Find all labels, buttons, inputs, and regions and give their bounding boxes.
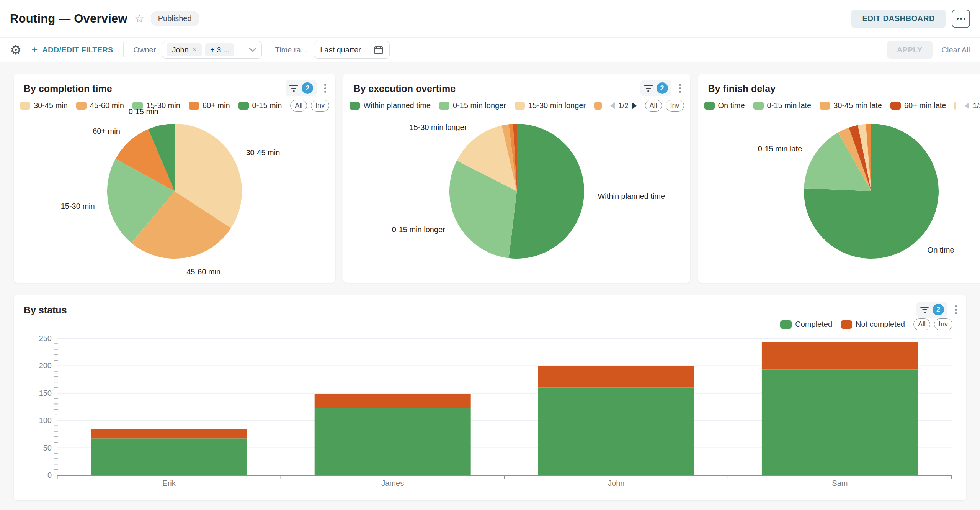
ellipsis-icon: [957, 18, 959, 20]
legend-label: Within planned time: [363, 101, 431, 110]
kebab-menu-icon[interactable]: [678, 82, 683, 94]
legend-item: 60+ min late: [890, 101, 946, 110]
legend-swatch: [350, 102, 360, 110]
pie-slice-label: Within planned time: [598, 192, 665, 200]
legend-label: 45-60 min: [90, 101, 124, 110]
legend-swatch: [76, 102, 87, 110]
owner-filter-select[interactable]: John × + 3 ...: [162, 41, 262, 59]
gear-icon[interactable]: ⚙: [10, 43, 21, 56]
plus-icon: +: [31, 45, 38, 55]
legend-swatch: [820, 102, 830, 110]
filter-bar: ⚙ + ADD/EDIT FILTERS Owner John × + 3 ..…: [0, 37, 980, 62]
bar-segment-not-completed[interactable]: [762, 342, 918, 369]
legend-pager: 1/2: [610, 102, 636, 110]
chart-filter-button[interactable]: 2: [286, 80, 317, 96]
y-axis-tick-label: 250: [39, 334, 52, 343]
x-axis-category-label: James: [381, 479, 404, 487]
legend-swatch: [132, 102, 143, 110]
favorite-star-icon[interactable]: ☆: [134, 13, 145, 25]
legend-label: 0-15 min longer: [453, 101, 506, 110]
card-title: By execution overtime: [353, 83, 680, 94]
remove-chip-icon[interactable]: ×: [193, 46, 197, 54]
legend-label: 60+ min late: [904, 101, 946, 110]
bar-segment-not-completed[interactable]: [91, 429, 247, 438]
owner-chip-john[interactable]: John ×: [167, 43, 201, 56]
legend-item: 0-15 min late: [753, 101, 812, 110]
legend-item: On time: [704, 101, 745, 110]
legend-page-indicator: 1/2: [973, 102, 980, 110]
legend-swatch: [20, 102, 30, 110]
edit-dashboard-button[interactable]: EDIT DASHBOARD: [851, 10, 946, 28]
next-page-icon[interactable]: [632, 102, 637, 109]
legend-pills: AllInv: [645, 100, 684, 112]
pie-slice-label: 45-60 min: [186, 267, 220, 276]
owner-chip-more[interactable]: + 3 ...: [205, 43, 235, 56]
card-title: By finish delay: [708, 83, 980, 94]
pie-cards-row: By completion time 2 30-45 min45-60 min1…: [14, 74, 966, 283]
legend-item: 15-30 min: [132, 101, 180, 110]
legend-pills: AllInv: [290, 100, 329, 112]
time-range-select[interactable]: Last quarter: [314, 41, 390, 59]
published-status-badge: Published: [151, 11, 199, 26]
legend-item: 45-60 min: [76, 101, 124, 110]
legend-item: 0-15 min: [238, 101, 282, 110]
bar-segment-not-completed[interactable]: [538, 366, 694, 387]
chart-legend: On time0-15 min late30-45 min late60+ mi…: [698, 100, 980, 112]
legend-inv-button[interactable]: Inv: [666, 100, 684, 112]
legend-swatch: [238, 102, 249, 110]
y-axis-tick-label: 100: [39, 416, 52, 425]
chart-legend: Within planned time0-15 min longer15-30 …: [343, 100, 690, 112]
x-axis-category-label: Erik: [162, 479, 176, 487]
bar-segment-completed[interactable]: [538, 388, 694, 476]
legend-item: 60+ min: [189, 101, 230, 110]
legend-label: 15-30 min longer: [528, 101, 586, 110]
filter-count-badge: 2: [302, 82, 313, 94]
filter-icon: [644, 85, 653, 92]
kebab-menu-icon[interactable]: [323, 82, 328, 94]
legend-inv-button[interactable]: Inv: [311, 100, 329, 112]
legend-label: 0-15 min late: [767, 101, 812, 110]
bar-segment-completed[interactable]: [91, 438, 247, 475]
apply-button[interactable]: APPLY: [887, 41, 933, 59]
bar-segment-completed[interactable]: [315, 408, 471, 475]
bar-segment-not-completed[interactable]: [315, 394, 471, 408]
calendar-icon: [374, 45, 384, 55]
legend-item: 30-45 min: [20, 101, 68, 110]
pie-slice-label: 0-15 min late: [758, 144, 802, 153]
legend-swatch-truncated: [954, 102, 956, 110]
filter-count-badge: 2: [657, 82, 668, 94]
legend-all-button[interactable]: All: [645, 100, 662, 112]
legend-pager: 1/2: [965, 102, 980, 110]
card-title: By completion time: [24, 83, 325, 94]
more-options-button[interactable]: [952, 10, 970, 28]
legend-label: 0-15 min: [252, 101, 282, 110]
prev-page-icon[interactable]: [610, 102, 615, 109]
legend-swatch: [189, 102, 199, 110]
divider: [123, 42, 124, 57]
legend-all-button[interactable]: All: [290, 100, 307, 112]
chevron-down-icon: [248, 47, 257, 52]
bar-segment-completed[interactable]: [762, 369, 918, 475]
card-by-finish-delay: By finish delay 2 On time0-15 min late30…: [698, 74, 980, 283]
prev-page-icon[interactable]: [965, 102, 969, 109]
header-actions: EDIT DASHBOARD: [851, 10, 970, 28]
add-edit-filters-button[interactable]: + ADD/EDIT FILTERS: [31, 45, 113, 55]
legend-swatch-truncated: [594, 102, 602, 110]
legend-swatch: [890, 102, 901, 110]
legend-item: 0-15 min longer: [439, 101, 506, 110]
clear-all-button[interactable]: Clear All: [942, 46, 970, 54]
legend-page-indicator: 1/2: [618, 102, 628, 110]
pie-slice-label: 15-30 min: [61, 202, 95, 211]
pie-slice-label: 30-45 min: [246, 148, 280, 157]
legend-label: 60+ min: [203, 101, 230, 110]
legend-swatch: [439, 102, 449, 110]
legend-label: 15-30 min: [146, 101, 180, 110]
owner-filter-label: Owner: [134, 46, 156, 54]
chart-filter-button[interactable]: 2: [640, 80, 671, 96]
legend-item: Within planned time: [350, 101, 431, 110]
y-axis-tick-label: 150: [39, 389, 52, 397]
pie-slice-label: 0-15 min longer: [392, 225, 445, 234]
pie-slice[interactable]: [509, 124, 584, 259]
card-by-execution-overtime: By execution overtime 2 Within planned t…: [343, 74, 690, 283]
time-range-label: Time ra...: [275, 46, 307, 54]
